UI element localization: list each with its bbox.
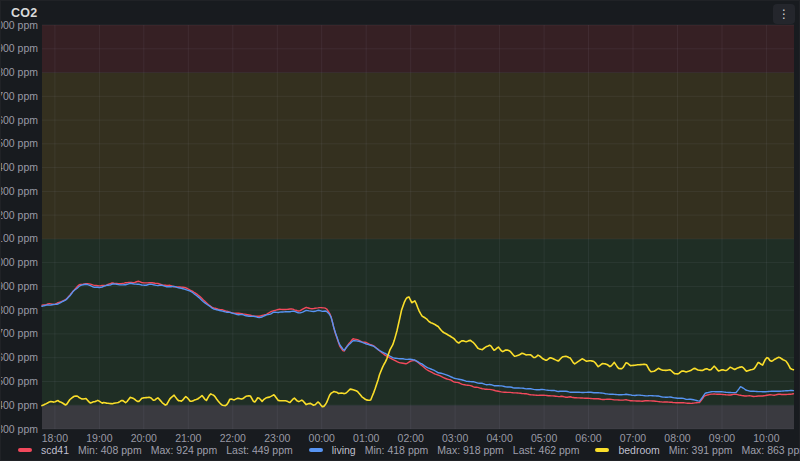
legend-stat-last: Last: 462 ppm bbox=[513, 444, 580, 456]
y-axis-tick-label: 1600 ppm bbox=[1, 114, 38, 126]
threshold-bands bbox=[42, 25, 794, 429]
legend-stat-min: Min: 391 ppm bbox=[669, 444, 733, 456]
y-axis-tick-label: 700 ppm bbox=[1, 327, 38, 339]
y-axis-tick-label: 2000 ppm bbox=[1, 19, 38, 31]
y-axis-tick-label: 1900 ppm bbox=[1, 42, 38, 54]
legend-stat-max: Max: 924 ppm bbox=[151, 444, 218, 456]
y-axis-tick-label: 1500 ppm bbox=[1, 137, 38, 149]
y-axis-tick-label: 600 ppm bbox=[1, 351, 38, 363]
legend-stat-max: Max: 863 ppm bbox=[741, 444, 800, 456]
chart-svg: 300 ppm400 ppm500 ppm600 ppm700 ppm800 p… bbox=[1, 1, 800, 461]
legend-series-name[interactable]: bedroom bbox=[618, 444, 659, 456]
chart-legend: scd41Min: 408 ppmMax: 924 ppmLast: 449 p… bbox=[18, 443, 800, 457]
y-axis-tick-label: 300 ppm bbox=[1, 423, 38, 435]
y-axis-tick-label: 1000 ppm bbox=[1, 256, 38, 268]
co2-time-series-chart[interactable]: 300 ppm400 ppm500 ppm600 ppm700 ppm800 p… bbox=[1, 1, 799, 460]
legend-item-bedroom: bedroomMin: 391 ppmMax: 863 ppmLast: 562… bbox=[595, 444, 800, 456]
y-axis-tick-label: 1400 ppm bbox=[1, 161, 38, 173]
y-axis-tick-label: 800 ppm bbox=[1, 304, 38, 316]
legend-stat-last: Last: 449 ppm bbox=[226, 444, 293, 456]
legend-item-scd41: scd41Min: 408 ppmMax: 924 ppmLast: 449 p… bbox=[18, 444, 293, 456]
legend-item-living: livingMin: 418 ppmMax: 918 ppmLast: 462 … bbox=[309, 444, 580, 456]
threshold-band bbox=[42, 239, 794, 405]
y-axis-tick-label: 1700 ppm bbox=[1, 90, 38, 102]
legend-series-name[interactable]: living bbox=[332, 444, 356, 456]
legend-series-color-icon bbox=[309, 448, 323, 452]
threshold-band bbox=[42, 73, 794, 239]
y-axis: 300 ppm400 ppm500 ppm600 ppm700 ppm800 p… bbox=[1, 19, 38, 435]
legend-stat-min: Min: 418 ppm bbox=[365, 444, 429, 456]
legend-series-name[interactable]: scd41 bbox=[41, 444, 69, 456]
threshold-band bbox=[42, 405, 794, 429]
y-axis-tick-label: 1800 ppm bbox=[1, 66, 38, 78]
y-axis-tick-label: 900 ppm bbox=[1, 280, 38, 292]
y-axis-tick-label: 1200 ppm bbox=[1, 209, 38, 221]
y-axis-tick-label: 400 ppm bbox=[1, 399, 38, 411]
y-axis-tick-label: 1100 ppm bbox=[1, 232, 38, 244]
y-axis-tick-label: 500 ppm bbox=[1, 375, 38, 387]
legend-stat-min: Min: 408 ppm bbox=[78, 444, 142, 456]
y-axis-tick-label: 1300 ppm bbox=[1, 185, 38, 197]
legend-stat-max: Max: 918 ppm bbox=[437, 444, 504, 456]
legend-series-color-icon bbox=[595, 448, 609, 452]
legend-series-color-icon bbox=[18, 448, 32, 452]
co2-panel: CO2 ⋮ 300 ppm400 ppm500 ppm600 ppm700 pp… bbox=[0, 0, 800, 461]
